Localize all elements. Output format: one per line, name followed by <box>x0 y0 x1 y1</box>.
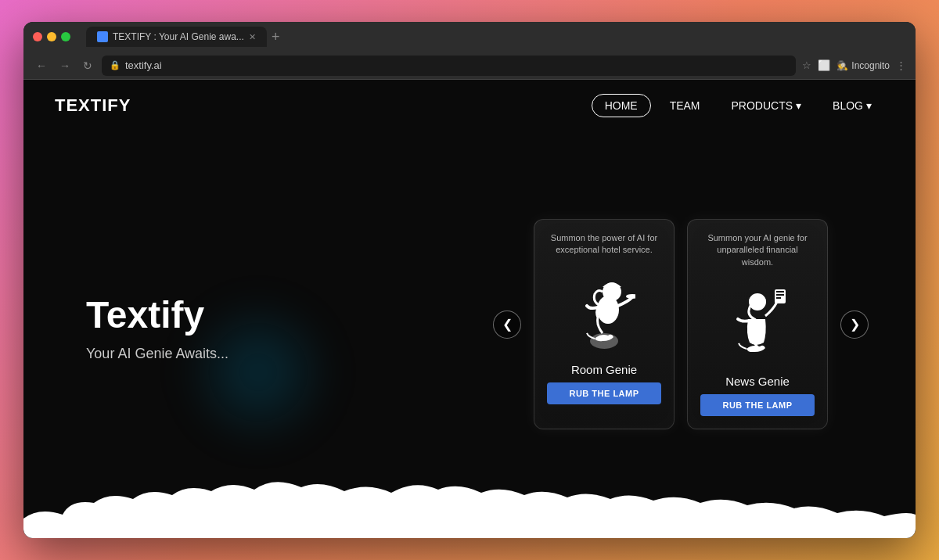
clouds-decoration <box>23 476 916 538</box>
tab-close-icon[interactable]: ✕ <box>249 32 256 42</box>
minimize-button[interactable] <box>47 32 56 41</box>
toolbar-right: ☆ ⬜ 🕵️ Incognito ⋮ <box>802 59 906 71</box>
card-name-news: News Genie <box>725 375 790 388</box>
hero-title: Textify <box>86 293 228 336</box>
genie-card-room: Summon the power of AI for exceptional h… <box>534 219 675 429</box>
carousel-prev-button[interactable]: ❮ <box>493 311 521 339</box>
carousel: ❮ Summon the power of AI for exceptional… <box>493 219 869 429</box>
carousel-next-button[interactable]: ❯ <box>840 311 869 339</box>
extensions-icon[interactable]: ⬜ <box>818 59 830 71</box>
refresh-button[interactable]: ↻ <box>80 58 95 74</box>
nav-products[interactable]: PRODUCTS ▾ <box>719 95 815 117</box>
card-name-room: Room Genie <box>571 363 637 376</box>
new-tab-button[interactable]: + <box>272 29 280 45</box>
rub-lamp-button-room[interactable]: RUB THE LAMP <box>547 382 661 404</box>
nav-links: HOME TEAM PRODUCTS ▾ BLOG ▾ <box>592 94 884 117</box>
cards-wrapper: Summon the power of AI for exceptional h… <box>534 219 828 429</box>
hero-section: Textify Your AI Genie Awaits... ❮ Summon… <box>23 131 916 538</box>
incognito-label: Incognito <box>851 60 890 71</box>
news-genie-illustration <box>726 278 789 364</box>
hero-subtitle: Your AI Genie Awaits... <box>86 346 228 362</box>
genie-card-news: Summon your AI genie for unparalleled fi… <box>687 219 828 429</box>
fullscreen-button[interactable] <box>61 32 70 41</box>
card-illustration-news <box>718 275 797 368</box>
card-tagline-room: Summon the power of AI for exceptional h… <box>547 232 661 257</box>
chevron-down-icon: ▾ <box>866 99 872 112</box>
forward-button[interactable]: → <box>56 58 74 74</box>
website-content: TEXTIFY HOME TEAM PRODUCTS ▾ BLOG ▾ Text… <box>23 80 916 538</box>
tab-title: TEXTIFY : Your AI Genie awa... <box>113 31 244 42</box>
arrow-left-icon: ❮ <box>502 317 513 332</box>
card-tagline-news: Summon your AI genie for unparalleled fi… <box>700 232 815 268</box>
arrow-right-icon: ❯ <box>850 317 860 332</box>
nav-blog[interactable]: BLOG ▾ <box>820 95 884 117</box>
svg-rect-6 <box>776 291 784 293</box>
lock-icon: 🔒 <box>110 60 121 70</box>
address-bar[interactable]: 🔒 textify.ai <box>102 56 796 76</box>
clouds-svg <box>23 476 916 538</box>
card-illustration-room <box>565 263 643 357</box>
incognito-icon: 🕵️ <box>836 60 848 71</box>
traffic-lights <box>33 32 70 41</box>
svg-rect-7 <box>776 294 784 296</box>
svg-rect-8 <box>776 297 781 299</box>
site-nav: TEXTIFY HOME TEAM PRODUCTS ▾ BLOG ▾ <box>23 80 916 131</box>
tab-favicon <box>97 31 108 42</box>
browser-toolbar: ← → ↻ 🔒 textify.ai ☆ ⬜ 🕵️ Incognito ⋮ <box>23 52 916 80</box>
browser-tab[interactable]: TEXTIFY : Your AI Genie awa... ✕ <box>86 27 267 47</box>
site-logo[interactable]: TEXTIFY <box>55 95 131 116</box>
svg-point-3 <box>626 294 635 299</box>
bookmark-icon[interactable]: ☆ <box>802 59 811 71</box>
url-display: textify.ai <box>125 59 162 71</box>
nav-team[interactable]: TEAM <box>657 95 713 117</box>
incognito-badge: 🕵️ Incognito <box>836 60 890 71</box>
menu-icon[interactable]: ⋮ <box>896 59 906 71</box>
nav-home[interactable]: HOME <box>592 94 651 117</box>
chevron-down-icon: ▾ <box>796 99 801 112</box>
back-button[interactable]: ← <box>33 58 50 74</box>
browser-tabs: TEXTIFY : Your AI Genie awa... ✕ + <box>86 27 906 47</box>
hero-text: Textify Your AI Genie Awaits... <box>86 293 228 362</box>
close-button[interactable] <box>33 32 42 41</box>
room-genie-illustration <box>573 267 635 353</box>
browser-titlebar: TEXTIFY : Your AI Genie awa... ✕ + <box>23 22 916 52</box>
browser-window: TEXTIFY : Your AI Genie awa... ✕ + ← → ↻… <box>23 22 916 538</box>
rub-lamp-button-news[interactable]: RUB THE LAMP <box>700 394 815 416</box>
